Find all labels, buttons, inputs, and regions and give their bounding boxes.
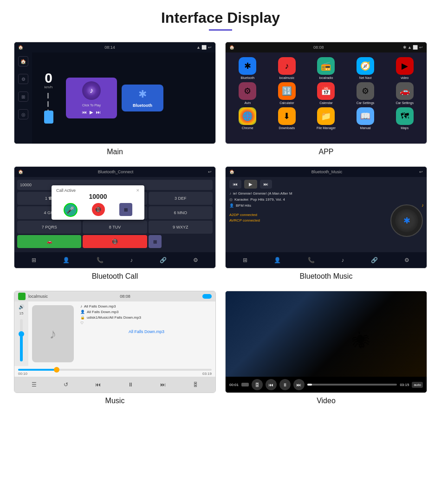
btcall-home-icon: 🏠: [18, 170, 23, 174]
music-bottom-next[interactable]: ⏭: [160, 381, 166, 388]
app-calculator[interactable]: 🔢 Calculator: [269, 82, 305, 105]
video-equalizer-button[interactable]: 🎛: [252, 379, 263, 390]
btmusic-bottom-contacts[interactable]: 👤: [274, 257, 281, 263]
app-carsettings1[interactable]: ⚙ Car Settings: [347, 82, 384, 105]
btmusic-main: ♪ ie! Gimmie! Gimmie! (A Man After M ◎ K…: [226, 191, 427, 252]
music-track-1[interactable]: ♪ All Falls Down.mp3: [80, 304, 213, 308]
app-video[interactable]: ▶ video: [386, 57, 423, 79]
maps-icon-bg: 🗺: [396, 107, 414, 125]
video-auto-label[interactable]: auto: [412, 382, 423, 388]
btmusic-disc-inner: ✱: [395, 209, 418, 232]
dial-car-icon[interactable]: 🚗: [17, 235, 81, 248]
dial-8[interactable]: 8 TUV: [83, 221, 147, 234]
music-progress-bar[interactable]: [18, 369, 212, 371]
music-bottom-repeat[interactable]: ↺: [64, 381, 68, 388]
dial-9[interactable]: 9 WXYZ: [149, 221, 213, 234]
app-localradio[interactable]: 📻 localradio: [308, 57, 344, 79]
btmusic-bottombar: ⊞ 👤 📞 ♪ 🔗 ⚙: [226, 252, 427, 268]
dial-grid-button[interactable]: ⊞: [149, 235, 162, 248]
manual-label: Manual: [360, 126, 371, 130]
call-active-close[interactable]: ✕: [136, 188, 140, 193]
app-manual[interactable]: 📖 Manual: [347, 107, 384, 130]
video-progress-bar[interactable]: [307, 384, 397, 386]
video-icon: ▶: [402, 61, 408, 71]
app-calendar[interactable]: 📅 Calendar: [308, 82, 344, 105]
btmusic-bottom-link[interactable]: 🔗: [371, 257, 378, 263]
sidebar-home-icon[interactable]: 🏠: [18, 56, 28, 66]
dial-3[interactable]: 3 DEF: [149, 192, 213, 205]
sidebar-grid-icon[interactable]: ⊞: [18, 92, 28, 102]
btmusic-bottom-grid[interactable]: ⊞: [243, 257, 247, 263]
app-maps[interactable]: 🗺 Maps: [386, 107, 423, 130]
page-title: Interface Display: [14, 9, 427, 26]
call-end-button[interactable]: 📵: [83, 235, 147, 248]
video-label: video: [401, 76, 409, 79]
music-track-3[interactable]: 🔒 udisk1/Music/All Falls Down.mp3: [80, 315, 213, 320]
btcall-bottom-phone[interactable]: 📞: [97, 257, 104, 263]
dial-6[interactable]: 6 MNO: [149, 206, 213, 219]
music-album-art: ♪: [32, 305, 74, 362]
carsettings1-label: Car Settings: [357, 101, 375, 105]
mic-button[interactable]: 🎤: [64, 203, 78, 217]
btmusic-track-info: ♪ ie! Gimmie! Gimmie! (A Man After M ◎ K…: [229, 191, 390, 249]
play-button[interactable]: ▶: [90, 110, 93, 115]
btcall-bottom-grid[interactable]: ⊞: [32, 257, 36, 263]
calculator-icon: 🔢: [282, 86, 292, 96]
netnavi-label: Net Navi: [359, 76, 372, 79]
app-downloads[interactable]: ⬇ Downloads: [269, 107, 305, 130]
dial-7[interactable]: 7 PQRS: [17, 221, 81, 234]
music-bottom-prev[interactable]: ⏮: [95, 381, 101, 388]
prev-button[interactable]: ⏮: [82, 110, 87, 115]
app-localmusic[interactable]: ♪ localmusic: [269, 57, 305, 79]
btmusic-track-1: ♪ ie! Gimmie! Gimmie! (A Man After M: [229, 191, 390, 196]
btmusic-bottom-phone[interactable]: 📞: [308, 257, 315, 263]
video-next-button[interactable]: ⏭: [293, 379, 305, 390]
video-prev-button[interactable]: ⏮: [266, 379, 277, 390]
note-icon-3: 👤: [229, 203, 234, 208]
btcall-bottom-link[interactable]: 🔗: [160, 257, 167, 263]
app-carsettings2[interactable]: 🚗 Car Settings: [386, 82, 423, 105]
video-play-button[interactable]: ⏸: [279, 379, 291, 390]
bt-widget[interactable]: ✱ Bluetooth: [122, 85, 163, 111]
app-statusbar: 🏠 08:08 ✱ ▲ ⬜ ↩: [226, 42, 427, 52]
card-btmusic: 🏠 Bluetooth_Music ↩ ⏮ ▶ ⏭ ♪ ie! Gimmie! …: [225, 166, 427, 281]
music-bottom-pause[interactable]: ⏸: [128, 381, 133, 388]
app-bluetooth[interactable]: ✱ Bluetooth: [229, 57, 266, 79]
btmusic-home-icon: 🏠: [229, 170, 234, 174]
calendar-icon: 📅: [321, 86, 331, 96]
video-icon-bg: ▶: [396, 57, 414, 75]
music-progress-thumb[interactable]: [54, 367, 59, 373]
app-chrome[interactable]: 🌐 Chrome: [229, 107, 266, 130]
btmusic-bottom-settings[interactable]: ⚙: [404, 257, 409, 263]
localradio-icon: 📻: [321, 61, 331, 71]
title-underline: [209, 29, 232, 31]
music-track-2[interactable]: 👤 All Falls Down.mp3: [80, 310, 213, 314]
btmusic-back-icon[interactable]: ↩: [419, 170, 423, 174]
hangup-button[interactable]: 📵: [92, 203, 105, 216]
btcall-bottom-settings[interactable]: ⚙: [193, 257, 198, 263]
btmusic-prev-button[interactable]: ⏮: [229, 180, 241, 189]
app-avin[interactable]: ⚙ Avin: [229, 82, 266, 105]
volume-slider[interactable]: [20, 319, 23, 361]
music-disc-icon: ♪: [90, 86, 93, 95]
call-grid-button[interactable]: ⊞: [119, 203, 132, 216]
music-bottom-equalizer[interactable]: 🎛: [193, 381, 198, 388]
btcall-back-icon[interactable]: ↩: [208, 170, 212, 174]
btcall-bottom-music[interactable]: ♪: [130, 257, 133, 263]
music-bottom-list[interactable]: ☰: [32, 381, 37, 388]
btmusic-next-button[interactable]: ⏭: [260, 180, 272, 189]
btmusic-play-button[interactable]: ▶: [244, 180, 257, 189]
music-track-4[interactable]: ♡: [80, 321, 213, 325]
music-widget[interactable]: ♪ Click To Play ⏮ ▶ ⏭: [66, 78, 117, 118]
volume-icon[interactable]: 🔊: [19, 304, 24, 309]
sidebar-nav-icon[interactable]: ◎: [18, 109, 28, 119]
sidebar-settings-icon[interactable]: ⚙: [18, 74, 28, 84]
car-silhouette: [44, 111, 53, 124]
btcall-bottom-contacts[interactable]: 👤: [63, 257, 70, 263]
card-app: 🏠 08:08 ✱ ▲ ⬜ ↩ ✱ Bluetooth ♪ localmusic…: [225, 42, 427, 156]
btmusic-bottom-music[interactable]: ♪: [341, 257, 344, 263]
next-button[interactable]: ⏭: [96, 110, 101, 115]
app-netnavi[interactable]: 🧭 Net Navi: [347, 57, 384, 79]
app-filemanager[interactable]: 📁 File Manager: [308, 107, 344, 130]
carsettings2-label: Car Settings: [396, 101, 414, 105]
